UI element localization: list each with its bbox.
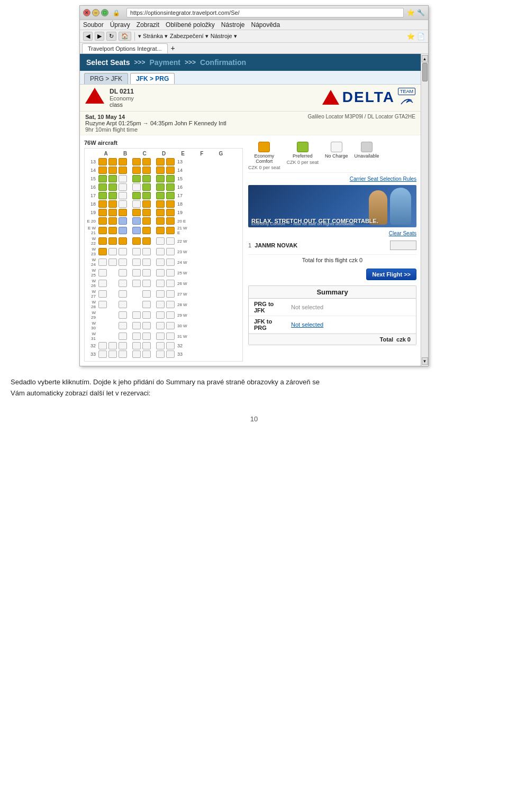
seat-13e[interactable] <box>142 158 151 165</box>
seat-18c[interactable] <box>119 200 127 208</box>
seat-27f[interactable] <box>156 290 165 298</box>
seat-21b[interactable] <box>108 227 117 234</box>
seat-31d[interactable] <box>132 333 141 340</box>
seat-33g[interactable] <box>166 350 175 358</box>
seat-26c[interactable] <box>119 280 127 287</box>
seat-13f[interactable] <box>156 158 165 165</box>
seat-16a[interactable] <box>98 183 107 191</box>
seat-19d[interactable] <box>132 209 141 216</box>
seat-14d[interactable] <box>132 167 141 174</box>
seat-13g[interactable] <box>166 158 175 165</box>
seat-24b[interactable] <box>108 259 117 266</box>
flight-tab-prg-jfk[interactable]: PRG > JFK <box>84 73 128 84</box>
seat-21e[interactable] <box>142 227 151 234</box>
seat-20a[interactable] <box>98 217 107 225</box>
seat-24e[interactable] <box>142 259 151 266</box>
seat-29d[interactable] <box>132 311 141 319</box>
seat-17e[interactable] <box>142 192 151 199</box>
seat-30g[interactable] <box>166 322 175 329</box>
seat-15b[interactable] <box>108 175 117 182</box>
seat-20g[interactable] <box>166 217 175 225</box>
seat-24g[interactable] <box>166 259 175 266</box>
seat-18f[interactable] <box>156 200 165 208</box>
seat-25a[interactable] <box>98 269 107 276</box>
seat-22d[interactable] <box>132 237 141 245</box>
seat-32f[interactable] <box>156 342 165 349</box>
seat-15e[interactable] <box>142 175 151 182</box>
seat-20b[interactable] <box>108 217 117 225</box>
seat-13a[interactable] <box>98 158 107 165</box>
seat-33b[interactable] <box>108 350 117 358</box>
scroll-down-button[interactable]: ▼ <box>422 357 428 365</box>
seat-17b[interactable] <box>108 192 117 199</box>
menu-oblibene[interactable]: Oblíbené položky <box>166 21 215 29</box>
seat-22c[interactable] <box>119 237 127 245</box>
seat-26e[interactable] <box>142 280 151 287</box>
seat-15f[interactable] <box>156 175 165 182</box>
seat-31g[interactable] <box>166 333 175 340</box>
menu-soubor[interactable]: Soubor <box>83 21 104 29</box>
clear-seats-link[interactable]: Clear Seats <box>248 230 416 236</box>
seat-28c[interactable] <box>119 301 127 308</box>
next-flight-button[interactable]: Next Flight >> <box>366 269 416 280</box>
seat-31c[interactable] <box>119 333 127 340</box>
seat-33a[interactable] <box>98 350 107 358</box>
seat-24a[interactable] <box>98 259 107 266</box>
seat-13b[interactable] <box>108 158 117 165</box>
seat-28f[interactable] <box>156 301 165 308</box>
seat-17d[interactable] <box>132 192 141 199</box>
seat-19c[interactable] <box>119 209 127 216</box>
seat-24c[interactable] <box>119 259 127 266</box>
seat-30d[interactable] <box>132 322 141 329</box>
seat-17f[interactable] <box>156 192 165 199</box>
home-button[interactable]: 🏠 <box>119 32 131 41</box>
seat-20e[interactable] <box>142 217 151 225</box>
seat-32d[interactable] <box>132 342 141 349</box>
seat-22b[interactable] <box>108 237 117 245</box>
browser-tab-active[interactable]: Travelport Options Integrat... <box>82 43 168 53</box>
seat-25e[interactable] <box>142 269 151 276</box>
seat-13c[interactable] <box>119 158 127 165</box>
maximize-window-button[interactable]: □ <box>101 9 108 16</box>
seat-33e[interactable] <box>142 350 151 358</box>
seat-21d[interactable] <box>132 227 141 234</box>
scroll-up-button[interactable]: ▲ <box>422 55 428 62</box>
seat-26a[interactable] <box>98 280 107 287</box>
seat-22a[interactable] <box>98 237 107 245</box>
seat-29f[interactable] <box>156 311 165 319</box>
seat-15c[interactable] <box>119 175 127 182</box>
seat-27a[interactable] <box>98 290 107 298</box>
seat-21c[interactable] <box>119 227 127 234</box>
new-tab-button[interactable]: + <box>169 43 177 53</box>
refresh-button[interactable]: ↻ <box>106 32 116 41</box>
seat-15d[interactable] <box>132 175 141 182</box>
seat-14e[interactable] <box>142 167 151 174</box>
seat-16c[interactable] <box>119 183 127 191</box>
seat-14b[interactable] <box>108 167 117 174</box>
seat-13d[interactable] <box>132 158 141 165</box>
passenger-seat-box[interactable] <box>390 241 416 250</box>
seat-16f[interactable] <box>156 183 165 191</box>
scroll-track[interactable] <box>422 62 428 357</box>
seat-26g[interactable] <box>166 280 175 287</box>
seat-23b[interactable] <box>108 248 117 255</box>
seat-32a[interactable] <box>98 342 107 349</box>
seat-23f[interactable] <box>156 248 165 255</box>
seat-33c[interactable] <box>119 350 127 358</box>
seat-19b[interactable] <box>108 209 117 216</box>
seat-33d[interactable] <box>132 350 141 358</box>
menu-zobrazit[interactable]: Zobrazit <box>137 21 159 29</box>
seat-16e[interactable] <box>142 183 151 191</box>
seat-23c[interactable] <box>119 248 127 255</box>
seat-25c[interactable] <box>119 269 127 276</box>
seat-15a[interactable] <box>98 175 107 182</box>
seat-25g[interactable] <box>166 269 175 276</box>
seat-14g[interactable] <box>166 167 175 174</box>
seat-32e[interactable] <box>142 342 151 349</box>
seat-17a[interactable] <box>98 192 107 199</box>
seat-21a[interactable] <box>98 227 107 234</box>
seat-29c[interactable] <box>119 311 127 319</box>
seat-28e[interactable] <box>142 301 151 308</box>
flight-tab-jfk-prg[interactable]: JFK > PRG <box>130 73 175 84</box>
menu-upravy[interactable]: Úpravy <box>110 21 130 29</box>
